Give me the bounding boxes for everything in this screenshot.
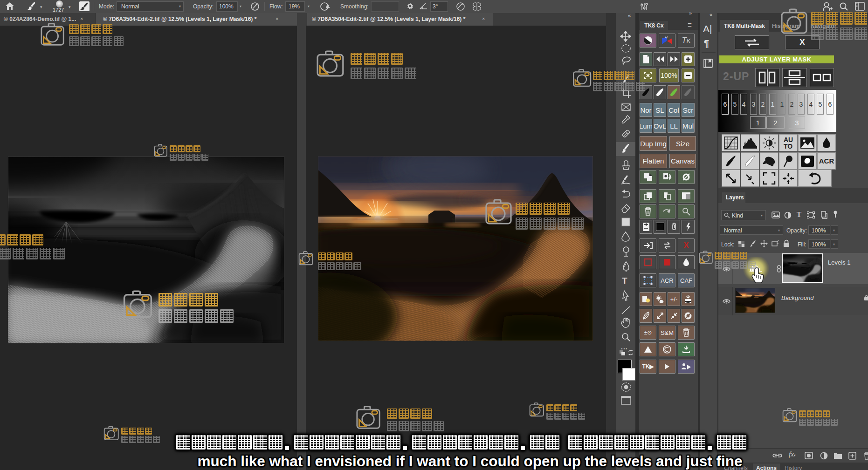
svg-text:+/-: +/- — [665, 36, 669, 39]
